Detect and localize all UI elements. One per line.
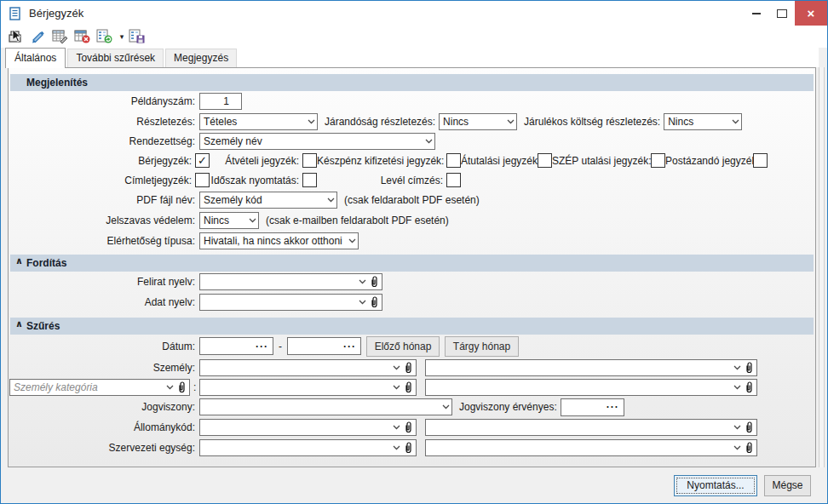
felirat-nyelv-label: Felirat nyelv: [9,276,195,288]
edit-button[interactable] [28,27,49,46]
row-szemely-kategoria: Személy kategória : [9,377,815,397]
datum-label: Dátum: [9,341,195,352]
chevron-down-icon [390,385,402,390]
szemely-ig-select[interactable] [425,359,757,376]
row-szemely: Személy: [9,358,815,377]
paperclip-icon[interactable] [743,381,755,393]
paperclip-icon[interactable] [743,442,755,454]
refresh-list-dropdown[interactable]: ▾ [117,32,127,41]
row-pdf-fajlnev: PDF fájl név: Személy kód (csak feldarab… [9,190,815,210]
atutalasi-checkbox[interactable] [538,153,552,168]
paperclip-icon[interactable] [402,362,414,374]
felirat-nyelv-select[interactable] [199,273,382,290]
elozo-honap-button[interactable]: Előző hónap [366,336,440,357]
datum-tol-input[interactable]: ··· [199,337,273,355]
paperclip-icon[interactable] [402,381,414,393]
window-controls: × [744,1,827,26]
paperclip-icon[interactable] [175,381,187,393]
kategoria-separator: : [193,381,196,393]
paperclip-icon[interactable] [743,362,755,374]
allomanykod-ig-select[interactable] [425,419,757,436]
szep-checkbox[interactable] [651,153,665,168]
delete-table-button[interactable] [72,27,93,46]
keszpenz-checkbox[interactable] [446,153,461,168]
idoszak-label: Időszak nyomtatás: [210,175,302,186]
refresh-list-button[interactable] [95,27,115,46]
maximize-button[interactable] [769,1,795,26]
peldanyszam-input[interactable]: 1 [199,93,242,110]
save-list-button[interactable] [127,27,147,46]
row-checkboxes-2: Címletjegyzék: Időszak nyomtatás: Levél … [9,170,815,190]
megse-label: Mégse [772,479,802,491]
rendezettseg-label: Rendezettség: [9,135,195,147]
row-rendezettseg: Rendezettség: Személy név [9,131,815,151]
jogviszony-select[interactable] [199,398,452,415]
kategoria-ig-select[interactable] [425,379,757,396]
cimletjegyzek-checkbox[interactable] [195,173,210,187]
paperclip-icon[interactable] [743,421,755,433]
jarandosag-select[interactable]: Nincs [439,113,517,130]
row-jogviszony: Jogviszony: Jogviszony érvényes: ··· [9,397,815,417]
kategoria-tol-select[interactable] [199,379,417,396]
paperclip-icon[interactable] [402,421,414,433]
pdf-label: PDF fájl név: [9,194,195,206]
berjegyzek-checkbox[interactable]: ✓ [195,153,210,168]
minimize-button[interactable] [744,1,769,26]
tab-tovabbi-szuresek[interactable]: További szűrések [67,49,164,67]
rendezettseg-value: Személy név [200,135,423,147]
tab-altalanos[interactable]: Általános [5,48,66,68]
jelszo-select[interactable]: Nincs [199,212,259,229]
szemely-tol-select[interactable] [199,359,417,376]
chevron-down-icon [325,198,336,203]
paperclip-icon[interactable] [368,296,380,308]
row-checkboxes-1: Bérjegyzék: ✓ Átvételi jegyzék: Készpénz… [9,151,815,170]
datum-ig-input[interactable]: ··· [287,337,361,355]
date-picker-dots-icon[interactable]: ··· [607,401,624,413]
jogviszony-ervenyes-input[interactable]: ··· [561,398,624,416]
row-jelszavas: Jelszavas védelem: Nincs (csak e-mailben… [9,210,815,231]
row-felirat-nyelv: Felirat nyelv: [9,272,815,292]
right-splitter[interactable] [819,67,825,467]
allomanykod-tol-select[interactable] [199,419,417,436]
table-edit-icon [52,29,69,44]
print-preview-button[interactable] [6,27,26,46]
nyomtatas-button[interactable]: Nyomtatás... [674,475,757,496]
date-picker-dots-icon[interactable]: ··· [256,341,273,352]
close-button[interactable]: × [795,1,827,26]
elerhetoseg-label: Elérhetőség típusa: [9,235,195,247]
szemely-kategoria-select[interactable]: Személy kategória [9,379,190,396]
section-header-szures[interactable]: ∧ Szűrés [10,318,814,335]
tab-megjegyzes[interactable]: Megjegyzés [165,49,237,67]
maximize-icon [777,9,787,18]
idoszak-checkbox[interactable] [302,173,317,187]
paperclip-icon[interactable] [402,442,414,454]
chevron-down-icon [246,218,258,223]
chevron-down-icon [731,425,743,430]
footer-bar: Nyomtatás... Mégse [1,467,827,503]
szervezeti-ig-select[interactable] [425,439,757,456]
atveteli-checkbox[interactable] [302,153,317,168]
rendezettseg-select[interactable]: Személy név [199,133,435,150]
pdf-select[interactable]: Személy kód [199,192,337,209]
szervezeti-label: Szervezeti egység: [9,442,195,454]
jarandosag-label: Járandóság részletezés: [325,116,435,128]
tab-strip: Általános További szűrések Megjegyzés [5,48,819,67]
date-picker-dots-icon[interactable]: ··· [343,341,360,352]
jarulekos-select[interactable]: Nincs [664,113,742,130]
section-header-forditas[interactable]: ∧ Fordítás [10,255,814,272]
megse-button[interactable]: Mégse [764,475,811,496]
postazando-checkbox[interactable] [753,153,768,168]
paperclip-icon[interactable] [368,276,380,288]
adat-nyelv-select[interactable] [199,294,382,311]
jarandosag-value: Nincs [440,116,504,128]
edit-table-button[interactable] [50,27,71,46]
targy-honap-button[interactable]: Tárgy hónap [445,336,519,357]
row-datum: Dátum: ··· - ··· Előző hónap Tárgy hónap [9,335,815,358]
peldanyszam-label: Példányszám: [9,95,195,107]
elerhetoseg-select[interactable]: Hivatali, ha nincs akkor otthoni [199,232,359,249]
check-icon: ✓ [198,154,207,167]
reszletezes-select[interactable]: Tételes [199,113,318,130]
level-cimzes-checkbox[interactable] [446,173,461,187]
minimize-icon [752,13,761,14]
szervezeti-tol-select[interactable] [199,439,417,456]
